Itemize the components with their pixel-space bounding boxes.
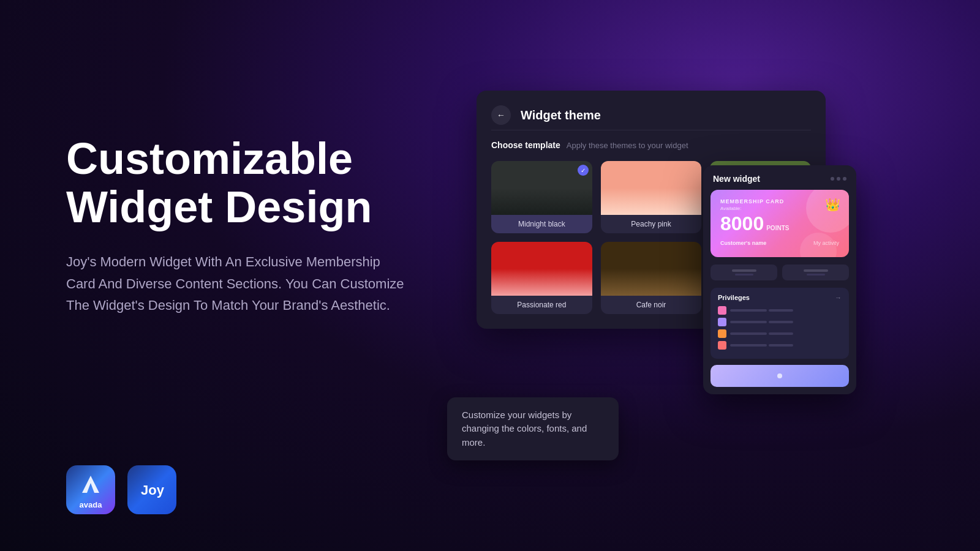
avada-logo: avada — [66, 465, 115, 514]
stat-button-2[interactable] — [782, 264, 849, 280]
tooltip-text: Customize your widgets by changing the c… — [462, 408, 604, 450]
choose-template-label: Choose template — [491, 140, 560, 150]
stats-row — [710, 264, 849, 280]
privileges-arrow[interactable]: → — [835, 294, 842, 301]
points-suffix: POINTS — [766, 225, 789, 231]
svg-marker-0 — [82, 476, 99, 493]
template-name: Midnight black — [491, 215, 592, 233]
panel-title: Widget theme — [521, 108, 601, 122]
bottom-card — [710, 365, 849, 387]
membership-card: 👑 MEMBERSHIP CARD Available: 8000 POINTS… — [710, 190, 849, 257]
hero-section: Customizable Widget Design Joy's Modern … — [66, 135, 483, 316]
membership-label: MEMBERSHIP CARD — [720, 198, 839, 204]
selected-check: ✓ — [578, 165, 589, 176]
svg-text:Joy: Joy — [141, 482, 165, 498]
template-passionate-red[interactable]: Passionate red — [491, 242, 592, 314]
tooltip-box: Customize your widgets by changing the c… — [447, 397, 619, 461]
points-value: 8000 — [720, 212, 764, 235]
choose-template-desc: Apply these themes to your widget — [567, 141, 688, 150]
new-widget-title: New widget — [713, 174, 760, 184]
privilege-item-3 — [718, 329, 842, 338]
hero-subtitle: Joy's Modern Widget With An Exclusive Me… — [66, 251, 409, 316]
bottom-card-dot — [777, 373, 782, 378]
hero-title: Customizable Widget Design — [66, 135, 483, 231]
new-widget-panel: New widget 👑 MEMBERSHIP CARD Available: … — [703, 165, 856, 394]
template-name: Passionate red — [491, 296, 592, 314]
panel-dots — [831, 177, 846, 181]
customer-name: Customer's name — [720, 240, 766, 246]
privilege-item-2 — [718, 318, 842, 326]
back-button[interactable]: ← — [491, 105, 511, 125]
stat-button-1[interactable] — [710, 264, 777, 280]
logos-row: avada Joy — [66, 465, 176, 514]
joy-logo: Joy — [127, 465, 176, 514]
privilege-item-4 — [718, 341, 842, 350]
template-midnight-black[interactable]: ✓ Midnight black — [491, 161, 592, 233]
privileges-section: Privileges → — [710, 288, 849, 359]
privileges-title: Privileges — [718, 294, 750, 301]
template-name: Cafe noir — [601, 296, 702, 314]
privilege-item-1 — [718, 306, 842, 315]
template-cafe-noir[interactable]: Cafe noir — [601, 242, 702, 314]
template-name: Peachy pink — [601, 215, 702, 233]
template-peachy-pink[interactable]: Peachy pink — [601, 161, 702, 233]
